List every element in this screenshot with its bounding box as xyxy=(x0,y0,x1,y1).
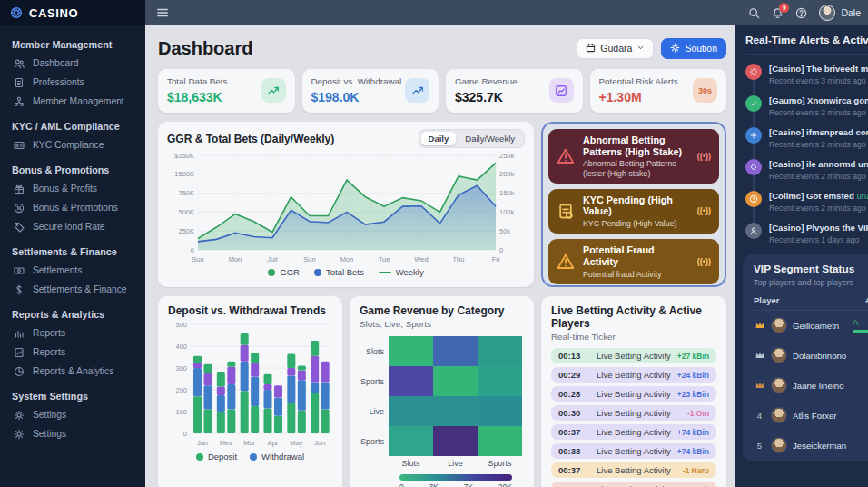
feed-item[interactable]: [Casino] ifmsnpread comRecent events 2 m… xyxy=(745,127,868,149)
alert-card-abnormal-betting-patterns-high-stake[interactable]: Abnormal Betting Patterns (High Stake)Ab… xyxy=(548,129,719,184)
sidebar-item-bonus-profits[interactable]: Bonus & Profits xyxy=(12,179,138,198)
svg-text:200k: 200k xyxy=(499,170,515,178)
vip-row-dolanibrinono[interactable]: Dolanibrinono5.1 xyxy=(754,341,868,371)
feed-meta: Recent events 2 minuts ago xyxy=(769,140,868,149)
alert-card-kyc-pending-high-value[interactable]: KYC Pending (High Value)KYC Pending (Hig… xyxy=(548,189,719,234)
sidebar-item-label: Reports & Analytics xyxy=(33,366,113,376)
ticker-value: +23 kBin xyxy=(677,390,709,399)
svg-text:Jun: Jun xyxy=(314,439,325,447)
heatmap-cell xyxy=(389,396,433,426)
help-icon[interactable] xyxy=(795,7,807,19)
stat-card-potential-risk-alerts[interactable]: Potential Risk Alerts+1.30M30s xyxy=(590,69,727,113)
ticker-row[interactable]: 00:13Live Betting Activity+27 kBin xyxy=(551,348,716,363)
dollar-icon xyxy=(14,284,25,295)
date-picker-button[interactable]: Gudara xyxy=(577,38,654,59)
feed-item[interactable]: [Casino] Plvyons the VIPRecent events 1 … xyxy=(745,223,868,244)
ticker-title: Live Betting Activity & Active Players xyxy=(551,304,716,330)
sidebar-item-settings[interactable]: Settings xyxy=(12,424,138,443)
ticker-time: 00:29 xyxy=(558,370,589,380)
sidebar-item-professionts[interactable]: Professionts xyxy=(12,73,138,92)
svg-text:Sun: Sun xyxy=(303,255,315,263)
user-menu[interactable]: Dale xyxy=(819,5,861,21)
ticker-subtitle: Real-time Ticker xyxy=(551,332,716,342)
sidebar-item-member-management[interactable]: Member Management xyxy=(12,92,138,111)
gear-icon xyxy=(670,43,680,55)
ticker-label: Live Betting Activity xyxy=(597,427,671,437)
sidebar-item-reports[interactable]: Reports xyxy=(12,323,138,343)
stat-card-total-data-bets[interactable]: Total Data Bets$18,633K xyxy=(158,69,295,113)
vip-col-player: Player xyxy=(754,295,780,305)
legend-weekly: Weekly xyxy=(379,267,424,277)
avatar xyxy=(819,5,835,21)
heatmap-cell xyxy=(478,396,522,426)
realtime-alerts-title: Real-Time Alerts & Activity xyxy=(745,34,868,55)
gear-icon xyxy=(14,429,25,440)
heatmap-cell xyxy=(433,336,478,366)
heatmap-col-label: Live xyxy=(433,459,478,468)
stat-card-game-revenue[interactable]: Game Revenue$325.7K xyxy=(446,69,583,113)
ticker-row[interactable]: 00:33Live Betting Activity+74 kBin xyxy=(551,443,716,459)
gift-icon xyxy=(14,184,25,194)
file-icon xyxy=(14,77,25,88)
alert-card-potential-fraud-activity[interactable]: Potential Fraud ActivityPotential fraud … xyxy=(548,239,719,284)
sidebar-item-settlements[interactable]: Settlements xyxy=(12,261,138,280)
feed-item[interactable]: [Casino] The briveedt msRecent events 3 … xyxy=(745,64,868,85)
page-title: Dashboard xyxy=(158,38,252,59)
ggr-chart: $150K250k1500K200k750K150k500K100k250K50… xyxy=(167,148,525,266)
vip-table-header: Player Act xyxy=(754,295,868,311)
section-title-reports-analytics: Reports & Analytics xyxy=(12,309,138,320)
svg-text:100: 100 xyxy=(175,408,187,416)
ticker-label: Live Betting Activity xyxy=(597,389,671,399)
burst-icon xyxy=(745,64,762,80)
ticker-row[interactable]: 00:30Live Betting Activity-1 Om xyxy=(551,405,716,421)
feed-item[interactable]: [Casino] ile annormd unwRecent events 2 … xyxy=(745,159,868,181)
risk-alerts-column: Abnormal Betting Patterns (High Stake)Ab… xyxy=(541,122,726,287)
ggr-chart-title: GGR & Total Bets (Daily/Weekly) xyxy=(167,133,334,145)
ticker-row[interactable]: 00:29Live Betting Activity+24 kBin xyxy=(551,367,716,383)
svg-text:300: 300 xyxy=(175,364,187,373)
sidebar-item-settlements-finance[interactable]: Settlements & Finance xyxy=(12,280,138,299)
ticker-row[interactable]: 00:37Live Betting Activity-1 Haru xyxy=(551,462,716,478)
bell-icon[interactable]: 9 xyxy=(772,7,784,19)
svg-text:May: May xyxy=(290,439,302,447)
stat-card-deposit-vs-withdrawal[interactable]: Deposit vs. Withdrawal$198.0K xyxy=(302,69,439,113)
feed-title: [Gaumo] Xnonwirca gont xyxy=(769,95,868,105)
ticker-value: +27 kBin xyxy=(677,352,709,361)
vip-row-jeseickerman[interactable]: 5Jeseickerman1 xyxy=(754,431,868,461)
chevron-down-icon xyxy=(636,43,645,54)
ticker-row[interactable]: 00:28Live Betting Activity+23 kBin xyxy=(551,386,716,402)
sidebar-item-label: Reports xyxy=(33,347,65,357)
svg-text:250K: 250K xyxy=(178,227,194,235)
vip-row-atlis-forxer[interactable]: 4Atlis Forxer1.2 xyxy=(754,401,868,431)
vip-progress-bar xyxy=(853,330,868,333)
legend-ggr: GGR xyxy=(268,267,300,277)
svg-text:0: 0 xyxy=(499,246,503,254)
sidebar-item-dashboard[interactable]: Dashboard xyxy=(12,54,138,73)
soution-button[interactable]: Soution xyxy=(661,38,726,59)
feed-item[interactable]: [Gaumo] Xnonwirca gontRecent events 2 mi… xyxy=(745,95,868,117)
sidebar-item-secure-lond-rate[interactable]: Secure lond Rate xyxy=(12,217,138,236)
vip-title: VIP Segment Status xyxy=(754,263,868,275)
sidebar-item-kyc-compliance[interactable]: KYC Compliance xyxy=(12,135,138,154)
soution-label: Soution xyxy=(685,43,717,54)
sidebar-item-bonus-promotions[interactable]: Bonus & Promotions xyxy=(12,198,138,217)
vip-row-jaarie-lineino[interactable]: Jaarie lineino1.4 xyxy=(754,371,868,401)
ticker-row[interactable]: 00:37Live Betting Activity+74 kBin xyxy=(551,424,716,440)
vip-row-geilloametn[interactable]: GeilloametnA xyxy=(754,311,868,341)
feed-item[interactable]: [Colimc] Got emsted unabRecent events 2 … xyxy=(745,191,868,213)
sidebar-item-reports[interactable]: Reports xyxy=(12,343,138,362)
sidebar-item-reports-analytics[interactable]: Reports & Analytics xyxy=(12,362,138,381)
vip-player-name: Dolanibrinono xyxy=(793,351,863,361)
svg-text:Apr: Apr xyxy=(268,439,279,447)
ticker-time: 00:33 xyxy=(558,446,589,456)
hamburger-icon[interactable] xyxy=(156,6,169,19)
sidebar-item-label: Secure lond Rate xyxy=(33,222,105,232)
sidebar-item-settings[interactable]: Settings xyxy=(12,405,138,424)
search-icon[interactable] xyxy=(748,7,760,19)
toggle-daily[interactable]: Daily xyxy=(421,132,457,145)
deposit-legend: DepositWithdrawal xyxy=(168,452,332,462)
ticker-value: +24 kBin xyxy=(677,371,709,380)
toggle-daily-weekly[interactable]: Daily/Weekly xyxy=(458,132,522,145)
ticker-row[interactable]: 00:30Live Betting Activity-3.6 Moh xyxy=(551,482,716,487)
stat-badge: 30s xyxy=(693,78,717,103)
